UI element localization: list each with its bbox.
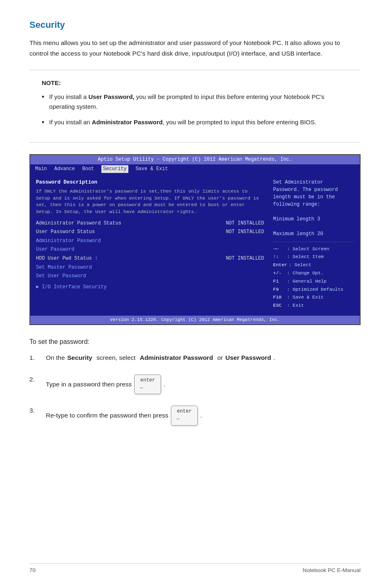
- bios-menu-advance: Advance: [54, 165, 75, 173]
- bios-help-row-f1: F1 : General Help: [273, 278, 354, 285]
- note-item-2-text: If you install an Administrator Password…: [49, 117, 316, 127]
- step-1-content: On the Security screen, select Administr…: [46, 353, 361, 363]
- intro-text: This menu allows you to set up the admin…: [29, 38, 361, 58]
- bios-help-desc-f1: : General Help: [287, 278, 327, 285]
- footer-title: Notebook PC E-Manual: [303, 567, 361, 573]
- footer-page-num: 70: [29, 567, 36, 573]
- bios-menu-security: Security: [101, 165, 128, 173]
- note-label: NOTE:: [42, 79, 348, 86]
- step-3-period: .: [200, 411, 202, 421]
- bios-menubar: Main Advance Boot Security Save & Exit: [30, 164, 360, 174]
- bios-item-set-master-pw: Set Master Password: [36, 264, 264, 272]
- bios-help-desc-f9: : Optimized Defaults: [287, 286, 343, 293]
- bios-admin-pw-label: Administrator Password Status: [36, 220, 121, 227]
- bullet-1: •: [42, 92, 44, 102]
- bios-item-admin-pw: Administrator Password: [36, 237, 264, 245]
- bios-menu-main: Main: [35, 165, 47, 173]
- bios-user-pw-label: User Password Status: [36, 228, 95, 236]
- bios-left-panel: Password Description If ONLY the Adminis…: [30, 177, 270, 314]
- step-1-bold-security: Security: [67, 353, 92, 363]
- bios-titlebar: Aptio Setup Utility - Copyright (C) 2012…: [30, 155, 360, 164]
- step-2-num: 2.: [29, 375, 46, 385]
- bios-help-row-change: +/- : Change Opt.: [273, 269, 354, 277]
- note-item-2: • If you install an Administrator Passwo…: [42, 117, 348, 128]
- bios-body: Password Description If ONLY the Adminis…: [30, 174, 360, 314]
- bios-help-key-f9: F9: [273, 286, 285, 293]
- bios-help-key-screen: →←: [273, 245, 285, 253]
- bios-help-key-item: ↑↓: [273, 253, 285, 260]
- steps-list: 1. On the Security screen, select Admini…: [29, 353, 361, 426]
- note-box: NOTE: • If you install a User Password, …: [29, 70, 361, 143]
- bios-help-key-f1: F1: [273, 278, 285, 285]
- note-list: • If you install a User Password, you wi…: [42, 92, 348, 128]
- step-2-text: Type in a password then press: [46, 379, 132, 390]
- bios-item-set-user-pw: Set User Password: [36, 272, 264, 280]
- note-item-1: • If you install a User Password, you wi…: [42, 92, 348, 112]
- step-3-content: Re-type to confirm the password then pre…: [46, 406, 361, 425]
- bios-help-desc-f10: : Save & Exit: [287, 294, 324, 301]
- bios-footer: Version 2.15.1226. Copyright (C) 2012 Am…: [30, 316, 360, 324]
- step-3-text: Re-type to confirm the password then pre…: [46, 411, 168, 421]
- bios-desc: If ONLY the Administrator's password is …: [36, 188, 264, 215]
- bios-help-desc-enter: : Select: [289, 261, 312, 269]
- note-item-1-text: If you install a User Password, you will…: [49, 92, 348, 112]
- bios-help-key-enter: Enter: [273, 261, 287, 269]
- step-1-bold-user-pw: User Password: [225, 353, 271, 363]
- bios-help-desc-item: : Select Item: [287, 253, 324, 260]
- bios-item-user-pw: User Password: [36, 246, 264, 254]
- bios-user-pw-status-row: User Password Status NOT INSTALLED: [36, 228, 264, 236]
- bios-hdd-pwd-row: HDD User Pwd Status : NOT INSTALLED: [36, 255, 264, 263]
- bios-item-io-security: ► I/O Interface Security: [36, 283, 264, 291]
- bios-right-title: Set AdministratorPassword. The passwordl…: [273, 179, 354, 238]
- bios-menu-save-exit: Save & Exit: [136, 165, 168, 173]
- enter-symbol-1: enter←: [140, 377, 155, 392]
- step-1: 1. On the Security screen, select Admini…: [29, 353, 361, 363]
- bios-admin-pw-value: NOT INSTALLED: [226, 220, 264, 227]
- bios-help-row-enter: Enter : Select: [273, 261, 354, 269]
- enter-symbol-2: enter←: [177, 408, 192, 423]
- bios-hdd-pwd-label: HDD User Pwd Status :: [36, 255, 98, 263]
- bios-help-row-item: ↑↓ : Select Item: [273, 253, 354, 260]
- bios-help-row-f9: F9 : Optimized Defaults: [273, 286, 354, 293]
- page-title: Security: [29, 20, 361, 30]
- step-2-content: Type in a password then press enter← .: [46, 375, 361, 394]
- bios-help-key-f10: F10: [273, 294, 285, 301]
- step-3: 3. Re-type to confirm the password then …: [29, 406, 361, 425]
- step-3-num: 3.: [29, 406, 46, 416]
- bios-help-desc-esc: : Exit: [287, 302, 304, 309]
- bios-screen: Aptio Setup Utility - Copyright (C) 2012…: [29, 154, 361, 325]
- bios-help-key-esc: ESC: [273, 302, 285, 309]
- page-footer: 70 Notebook PC E-Manual: [29, 563, 361, 573]
- steps-intro: To set the password:: [29, 338, 361, 346]
- enter-key-1: enter←: [134, 375, 161, 394]
- bios-help-section: →← : Select Screen ↑↓ : Select Item Ente…: [273, 245, 354, 310]
- bullet-2: •: [42, 117, 44, 128]
- bios-admin-pw-status-row: Administrator Password Status NOT INSTAL…: [36, 220, 264, 227]
- bios-section-title: Password Description: [36, 179, 264, 186]
- bios-menu-boot: Boot: [82, 165, 94, 173]
- bios-right-panel: Set AdministratorPassword. The passwordl…: [270, 177, 360, 314]
- bios-hdd-pwd-value: NOT INSTALLED: [226, 255, 264, 263]
- step-2-period: .: [164, 379, 165, 390]
- bios-help-key-change: +/-: [273, 269, 285, 277]
- bios-user-pw-value: NOT INSTALLED: [226, 228, 264, 236]
- step-1-num: 1.: [29, 353, 46, 363]
- step-2: 2. Type in a password then press enter← …: [29, 375, 361, 394]
- enter-key-2: enter←: [171, 406, 198, 425]
- bios-help-desc-screen: : Select Screen: [287, 245, 329, 253]
- step-1-bold-admin-pw: Administrator Password: [140, 353, 213, 363]
- bios-help-row-screen: →← : Select Screen: [273, 245, 354, 253]
- bios-help-row-esc: ESC : Exit: [273, 302, 354, 309]
- bios-help-desc-change: : Change Opt.: [287, 269, 324, 277]
- bios-help-row-f10: F10 : Save & Exit: [273, 294, 354, 301]
